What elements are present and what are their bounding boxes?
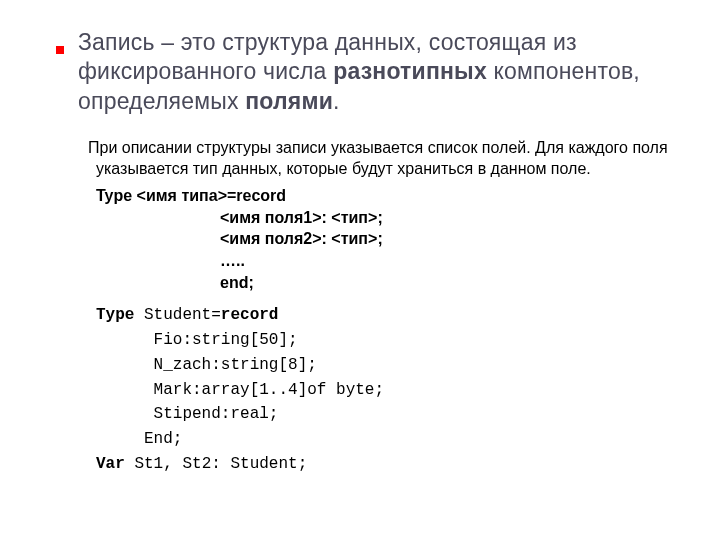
code-example: Type Student=record Fio:string[50]; N_za…	[96, 303, 680, 477]
bullet-icon	[56, 46, 64, 54]
syntax-line-1: Type <имя типа>=record	[96, 185, 680, 207]
keyword-record: record	[221, 306, 279, 324]
intro-paragraph: При описании структуры записи указываетс…	[96, 138, 680, 179]
slide-body: При описании структуры записи указываетс…	[96, 138, 680, 476]
title-bold-2: полями	[245, 88, 333, 114]
syntax-line-2: <имя поля1>: <тип>;	[220, 207, 680, 229]
syntax-line-5: end;	[220, 272, 680, 294]
syntax-template: Type <имя типа>=record <имя поля1>: <тип…	[96, 185, 680, 293]
code-line-4: Mark:array[1..4]of byte;	[96, 378, 680, 403]
syntax-line-3: <имя поля2>: <тип>;	[220, 228, 680, 250]
code-line-7: Var St1, St2: Student;	[96, 452, 680, 477]
syntax-line-4: …..	[220, 250, 680, 272]
code-line-2: Fio:string[50];	[96, 328, 680, 353]
title-text-3: .	[333, 88, 340, 114]
slide-title: Запись – это структура данных, состоящая…	[78, 28, 680, 116]
keyword-var: Var	[96, 455, 125, 473]
title-bold-1: разнотипных	[333, 58, 487, 84]
code-line-6: End;	[96, 427, 680, 452]
keyword-type: Type	[96, 306, 134, 324]
code-text-7b: St1, St2: Student;	[125, 455, 307, 473]
code-line-5: Stipend:real;	[96, 402, 680, 427]
code-text-1b: Student=	[134, 306, 220, 324]
code-line-1: Type Student=record	[96, 303, 680, 328]
code-line-3: N_zach:string[8];	[96, 353, 680, 378]
